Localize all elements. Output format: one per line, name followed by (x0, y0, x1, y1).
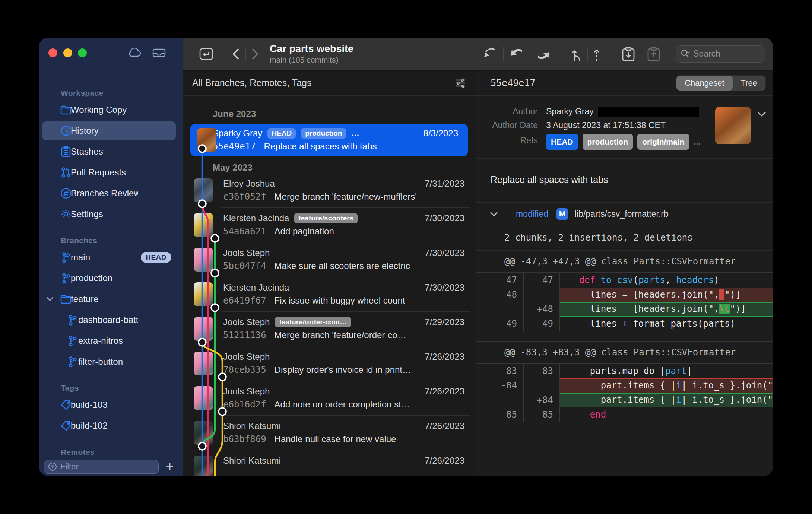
push-button[interactable] (536, 47, 551, 61)
divider (503, 47, 504, 61)
diff-code: part.items { |i| i.to_s }.join(",\t") (560, 393, 773, 407)
sidebar-item-build-103[interactable]: build-103 (39, 394, 183, 415)
sidebar-item-history[interactable]: History (39, 120, 183, 141)
branch-icon (60, 273, 72, 284)
commit-row-content: Kiersten Jacindafeature/scooters7/30/202… (183, 208, 476, 242)
tab-changeset[interactable]: Changeset (676, 76, 732, 91)
sidebar-item-feature[interactable]: feature (39, 289, 183, 310)
avatar (194, 352, 213, 375)
minimize-window-button[interactable] (63, 48, 72, 57)
commit-row[interactable]: Kiersten Jacinda7/30/2023e6419f67Fix iss… (183, 277, 476, 312)
file-path: lib/parts/csv_formatter.rb (575, 209, 669, 219)
pull-button[interactable] (509, 47, 524, 61)
commit-row[interactable]: Sparky GrayHEADproduction...8/3/202355e4… (190, 124, 468, 156)
chunk-header: @@ -83,3 +83,3 @@ class Parts::CSVFormat… (476, 342, 773, 363)
head-badge: HEAD (141, 252, 171, 263)
commit-row[interactable]: Jools Steph7/26/2023e6b16d2fAdd note on … (183, 381, 476, 416)
sidebar-item-pull-requests[interactable]: Pull Requests (39, 162, 183, 183)
collapse-file-icon[interactable] (490, 211, 507, 217)
commit-date: 7/26/2023 (425, 456, 464, 466)
search-field[interactable] (676, 45, 765, 63)
commit-row[interactable]: Jools Stephfeature/order-com…7/29/202351… (183, 312, 476, 346)
commit-date: 8/3/2023 (424, 128, 458, 139)
sidebar-item-build-102[interactable]: build-102 (39, 415, 183, 436)
commit-date: 7/31/2023 (425, 178, 464, 189)
branch-icon (60, 252, 72, 263)
ref-badge: feature/scooters (294, 213, 358, 223)
new-line-number: 83 (524, 364, 560, 378)
commit-date: 7/29/2023 (425, 317, 464, 327)
tab-tree[interactable]: Tree (733, 76, 765, 91)
sidebar-item-settings[interactable]: Settings (39, 204, 183, 225)
main-area: Car parts website main (105 commits) (183, 38, 773, 476)
commit-row-content: Jools Steph7/30/20235bc047f4Make sure al… (183, 242, 476, 277)
commit-row[interactable]: Jools Steph7/30/20235bc047f4Make sure al… (183, 242, 476, 277)
sidebar-item-stashes[interactable]: Stashes (39, 141, 183, 162)
commit-author: Jools Steph (223, 248, 270, 258)
stash-save-button[interactable] (621, 46, 635, 62)
sidebar-item-working-copy[interactable]: Working Copy (39, 99, 183, 120)
commit-line-1: Jools Stephfeature/order-com…7/29/2023 (223, 317, 464, 327)
stash-icon (60, 146, 72, 157)
chevron-down-icon[interactable] (757, 111, 767, 117)
commit-row-content: Kiersten Jacinda7/30/2023e6419f67Fix iss… (183, 277, 476, 312)
diff-code: lines = [headers.join(", ")] (560, 288, 773, 302)
commit-hash: 55e49e17 (491, 77, 535, 88)
branch-icon (66, 335, 79, 346)
add-button[interactable]: + (162, 460, 177, 473)
filter-options-icon[interactable] (455, 78, 466, 88)
ref-badge-head[interactable]: HEAD (546, 134, 578, 150)
sidebar-item-main[interactable]: mainHEAD (39, 247, 183, 268)
commit-row[interactable]: Elroy Joshua7/31/2023c36f052fMerge branc… (183, 173, 476, 208)
diff-code: lines = [headers.join(",\t")] (560, 302, 773, 317)
sidebar-item-extra-nitros[interactable]: extra-nitros (39, 330, 183, 351)
forward-button[interactable] (251, 48, 259, 60)
commit-date: 7/26/2023 (425, 421, 464, 431)
branches-review-icon (60, 188, 72, 199)
diff-line-del: -48 lines = [headers.join(", ")] (476, 288, 773, 302)
commit-line-1: Kiersten Jacindafeature/scooters7/30/202… (223, 213, 464, 223)
open-repository-button[interactable] (199, 47, 214, 61)
sidebar-filter-field[interactable] (44, 460, 159, 474)
diff-line-ctx: 8383 parts.map do |part| (476, 364, 773, 378)
back-button[interactable] (232, 48, 240, 60)
commit-date: 7/30/2023 (425, 248, 464, 258)
drive-icon[interactable] (152, 48, 166, 58)
zoom-window-button[interactable] (78, 48, 87, 57)
sidebar-item-production[interactable]: production (39, 268, 183, 289)
commit-details-panel: 55e49e17 Changeset Tree Author Sparky Gr… (476, 71, 773, 476)
search-input[interactable] (693, 49, 760, 59)
commit-line-1: Jools Steph7/26/2023 (223, 352, 464, 362)
commit-hash: 78ceb335 (223, 365, 266, 375)
ref-badge-production[interactable]: production (583, 134, 633, 150)
commit-date: 7/26/2023 (425, 386, 464, 397)
commit-row[interactable]: Jools Steph7/26/202378ceb335Display orde… (183, 346, 476, 381)
commit-row[interactable]: Shiori Katsumi7/26/2023 (183, 450, 476, 476)
stash-pop-button[interactable] (647, 46, 661, 62)
ref-badge-origin-main[interactable]: origin/main (637, 134, 689, 150)
sidebar-item-label: main (71, 252, 138, 263)
merge-button[interactable] (571, 46, 582, 62)
sidebar-item-label: build-102 (71, 421, 138, 431)
sidebar-item-label: dashboard-batteri… (78, 315, 138, 325)
cloud-icon[interactable] (127, 48, 142, 58)
author-name: Sparky Gray (546, 105, 594, 118)
search-icon (681, 49, 690, 59)
new-line-number (524, 288, 560, 302)
commit-scroll-area[interactable]: June 2023Sparky GrayHEADproduction...8/3… (183, 96, 476, 476)
rebase-button[interactable] (593, 46, 600, 62)
sidebar-item-branches-review[interactable]: Branches Review (39, 183, 183, 204)
avatar (194, 282, 213, 306)
sidebar-item-filter-button[interactable]: filter-button (39, 351, 183, 372)
close-window-button[interactable] (48, 48, 57, 57)
changed-file-row[interactable]: modified M lib/parts/csv_formatter.rb (476, 202, 773, 225)
commit-line-2: b63bf869Handle null case for new value (223, 434, 464, 444)
commit-row[interactable]: Shiori Katsumi7/26/2023b63bf869Handle nu… (183, 416, 476, 450)
commit-row[interactable]: Kiersten Jacindafeature/scooters7/30/202… (183, 208, 476, 242)
fetch-button[interactable] (482, 47, 498, 61)
diff-line-add: +48 lines = [headers.join(",\t")] (476, 302, 773, 317)
sidebar-item-dashboard-batteri-[interactable]: dashboard-batteri… (39, 310, 183, 330)
chevron-down-icon[interactable] (46, 296, 54, 302)
filter-input[interactable] (60, 462, 155, 472)
toolbar: Car parts website main (105 commits) (183, 38, 773, 71)
